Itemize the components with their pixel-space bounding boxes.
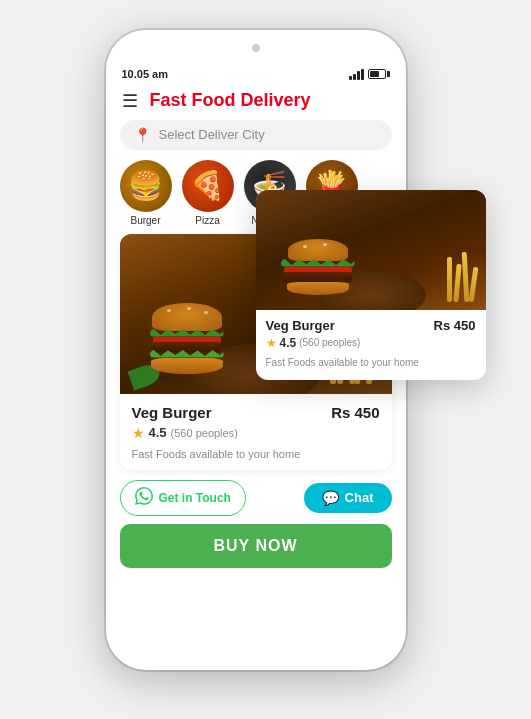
get-in-touch-label: Get in Touch xyxy=(159,491,231,505)
burger-icon: 🍔 xyxy=(120,160,172,212)
rating-count: (560 peoples) xyxy=(171,427,238,439)
phone-notch xyxy=(106,30,406,60)
floating-rating-value: 4.5 xyxy=(280,336,297,350)
floating-card: Veg Burger Rs 450 ★ 4.5 (560 peoples) Fa… xyxy=(256,190,486,380)
floating-card-info: Veg Burger Rs 450 ★ 4.5 (560 peoples) Fa… xyxy=(256,310,486,380)
rating-value: 4.5 xyxy=(149,425,167,440)
floating-food-description: Fast Foods available to your home xyxy=(266,357,419,368)
star-icon: ★ xyxy=(132,425,145,441)
food-description: Fast Foods available to your home xyxy=(132,448,301,460)
location-pin-icon: 📍 xyxy=(134,127,151,143)
category-burger[interactable]: 🍔 Burger xyxy=(120,160,172,226)
app-title: Fast Food Delivery xyxy=(150,90,311,111)
status-icons xyxy=(349,68,390,80)
signal-icon xyxy=(349,68,364,80)
category-pizza[interactable]: 🍕 Pizza xyxy=(182,160,234,226)
category-burger-label: Burger xyxy=(130,215,160,226)
app-header: ☰ Fast Food Delivery xyxy=(106,84,406,120)
whatsapp-icon xyxy=(135,487,153,509)
floating-food-name: Veg Burger xyxy=(266,318,335,333)
category-pizza-label: Pizza xyxy=(195,215,219,226)
chat-icon: 💬 xyxy=(322,490,339,506)
buy-now-button[interactable]: BUY NOW xyxy=(120,524,392,568)
chat-label: Chat xyxy=(345,490,374,505)
action-row: Get in Touch 💬 Chat xyxy=(120,480,392,516)
floating-rating-count: (560 peoples) xyxy=(299,337,360,348)
search-input[interactable]: Select Deliver City xyxy=(159,127,265,142)
food-price: Rs 450 xyxy=(331,404,379,421)
floating-food-price: Rs 450 xyxy=(434,318,476,333)
food-name: Veg Burger xyxy=(132,404,212,421)
floating-star-icon: ★ xyxy=(266,336,277,350)
battery-icon xyxy=(368,69,390,79)
chat-button[interactable]: 💬 Chat xyxy=(304,483,392,513)
status-bar: 10.05 am xyxy=(106,60,406,84)
floating-card-image xyxy=(256,190,486,310)
hamburger-menu-icon[interactable]: ☰ xyxy=(122,90,138,112)
get-in-touch-button[interactable]: Get in Touch xyxy=(120,480,246,516)
pizza-icon: 🍕 xyxy=(182,160,234,212)
food-card-info: Veg Burger Rs 450 ★ 4.5 (560 peoples) Fa… xyxy=(120,394,392,470)
search-bar[interactable]: 📍 Select Deliver City xyxy=(120,120,392,150)
status-time: 10.05 am xyxy=(122,68,168,80)
